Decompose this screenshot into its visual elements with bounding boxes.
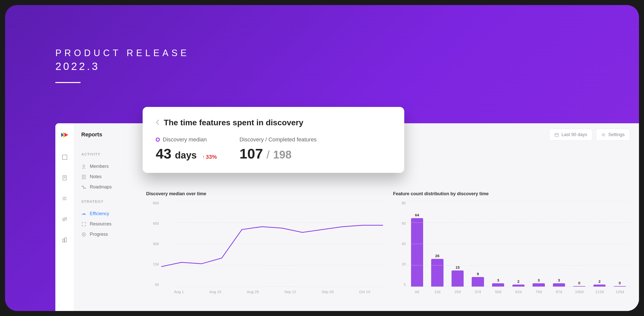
bar xyxy=(492,283,504,287)
x-tick: Aug 1 xyxy=(174,290,184,294)
bar-value-label: 15 xyxy=(456,265,460,269)
x-tick: Sep 12 xyxy=(284,290,296,294)
metric-total: 198 xyxy=(273,148,292,161)
rail-document-icon[interactable] xyxy=(62,175,67,181)
svg-rect-0 xyxy=(62,155,67,160)
x-tick: 75d xyxy=(529,290,549,294)
x-tick: Aug 15 xyxy=(209,290,221,294)
rail-eye-off-icon[interactable] xyxy=(62,216,67,222)
sidebar-item-label: Members xyxy=(90,164,109,169)
arrow-up-icon: ↑ xyxy=(202,154,205,160)
toolbar: Last 90 days Settings xyxy=(549,129,630,141)
y-tick: 20 xyxy=(393,262,406,266)
calendar-icon xyxy=(554,133,559,137)
x-tick: 25d xyxy=(448,290,468,294)
rail-buildings-icon[interactable] xyxy=(62,237,67,243)
metric-value: 43 xyxy=(156,145,171,162)
bar-value-label: 2 xyxy=(517,279,519,284)
y-tick: 60 xyxy=(393,221,406,225)
back-button[interactable] xyxy=(156,120,159,126)
line-chart-panel: Discovery median over time 60d45d30d15d0… xyxy=(146,191,383,297)
rail-square-icon[interactable] xyxy=(62,154,67,160)
chevron-left-icon xyxy=(156,120,159,125)
y-tick: 0d xyxy=(146,283,159,287)
app-logo[interactable] xyxy=(60,130,69,139)
bar xyxy=(431,259,443,287)
metric-unit: days xyxy=(175,150,197,161)
product-release-label: PRODUCT RELEASE xyxy=(55,48,189,58)
sidebar-section-strategy: STRATEGY xyxy=(81,199,130,204)
sidebar-item-label: Resources xyxy=(90,221,111,227)
roadmap-icon xyxy=(81,185,86,190)
sidebar-item-label: Roadmaps xyxy=(90,184,112,190)
bar-value-label: 9 xyxy=(477,272,479,276)
svg-rect-9 xyxy=(63,239,64,242)
bar-value-label: 3 xyxy=(558,278,560,282)
expand-icon xyxy=(81,222,86,227)
x-tick: Aug 29 xyxy=(247,290,259,294)
line-chart: 60d45d30d15d0d Aug 1Aug 15Aug 29Sep 12Se… xyxy=(146,201,383,297)
bar-chart-panel: Feature count distribution by discovery … xyxy=(393,191,630,297)
sidebar-item-resources[interactable]: Resources xyxy=(81,219,130,229)
y-tick: 60d xyxy=(146,201,159,205)
metric-label: Discovery median xyxy=(163,136,207,143)
sidebar: Reports ACTIVITY Members Notes Roadmaps … xyxy=(74,123,137,311)
x-tick: 125d xyxy=(610,290,630,294)
bar-value-label: 0 xyxy=(619,281,621,285)
product-release-banner: PRODUCT RELEASE 2022.3 xyxy=(55,48,189,83)
bar-chart-title: Feature count distribution by discovery … xyxy=(393,191,630,196)
median-icon xyxy=(156,138,160,142)
date-range-button[interactable]: Last 90 days xyxy=(549,129,592,141)
metric-change-value: 33% xyxy=(206,154,217,160)
svg-rect-10 xyxy=(65,238,66,242)
x-tick: Oct 10 xyxy=(359,290,370,294)
product-release-version: 2022.3 xyxy=(55,60,189,72)
y-tick: 40 xyxy=(393,242,406,246)
banner-frame: PRODUCT RELEASE 2022.3 The time features… xyxy=(5,5,639,311)
metric-change: ↑ 33% xyxy=(202,154,217,160)
sidebar-item-roadmaps[interactable]: Roadmaps xyxy=(81,182,130,192)
svg-rect-16 xyxy=(83,188,86,188)
sidebar-item-notes[interactable]: Notes xyxy=(81,172,130,182)
bar-chart: 806040200 64261593233020 0d12d25d37d50d6… xyxy=(393,201,630,297)
y-tick: 0 xyxy=(393,283,406,287)
line-series xyxy=(161,201,383,287)
sidebar-item-label: Notes xyxy=(90,174,102,179)
bar-value-label: 3 xyxy=(538,278,540,282)
icon-rail xyxy=(55,123,74,311)
settings-label: Settings xyxy=(608,132,625,137)
metric-label: Discovery / Completed features xyxy=(239,136,317,143)
x-tick: 100d xyxy=(569,290,589,294)
x-tick: 0d xyxy=(407,290,427,294)
gridline xyxy=(407,287,630,287)
line-chart-title: Discovery median over time xyxy=(146,191,383,196)
x-tick: 87d xyxy=(549,290,569,294)
bar xyxy=(472,277,484,287)
bar xyxy=(411,218,423,287)
bar-value-label: 0 xyxy=(578,281,580,285)
bar-value-label: 64 xyxy=(415,213,419,217)
settings-button[interactable]: Settings xyxy=(596,129,630,141)
y-tick: 80 xyxy=(393,201,406,205)
user-icon xyxy=(81,164,86,169)
y-tick: 45d xyxy=(146,221,159,225)
sidebar-title: Reports xyxy=(81,131,130,138)
svg-rect-12 xyxy=(82,175,85,179)
y-tick: 15d xyxy=(146,262,159,266)
bar-value-label: 3 xyxy=(497,278,499,282)
sidebar-item-progress[interactable]: Progress xyxy=(81,229,130,240)
x-tick: 50d xyxy=(488,290,508,294)
svg-rect-15 xyxy=(82,186,84,187)
x-tick: Sep 26 xyxy=(322,290,334,294)
sidebar-item-efficiency[interactable]: Efficiency xyxy=(81,209,130,219)
sidebar-item-label: Efficiency xyxy=(90,211,109,216)
svg-rect-20 xyxy=(555,133,558,137)
sidebar-item-members[interactable]: Members xyxy=(81,161,130,172)
rail-list-icon[interactable] xyxy=(62,196,67,201)
svg-point-19 xyxy=(83,234,85,235)
date-range-label: Last 90 days xyxy=(561,132,587,137)
gauge-icon xyxy=(81,211,86,216)
metric-value: 107 xyxy=(239,145,263,162)
metric-slash: / xyxy=(266,148,269,161)
sidebar-section-activity: ACTIVITY xyxy=(81,152,130,156)
